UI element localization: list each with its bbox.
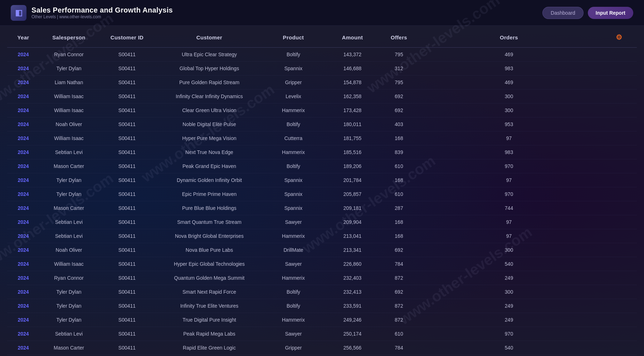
- cell-3-7: 300: [417, 90, 601, 104]
- cell-8-2: S00411: [98, 159, 156, 173]
- cell-13-5: 213,041: [324, 229, 381, 243]
- cell-6-4: Cutterra: [263, 131, 324, 145]
- table-row: 2024William IsaacS00411Hyper Epic Global…: [7, 257, 637, 271]
- col-year: Year: [7, 26, 39, 48]
- cell-4-1: William Isaac: [39, 104, 98, 117]
- cell-9-5: 201,784: [324, 173, 381, 187]
- cell-22-7: 469: [417, 355, 601, 356]
- cell-21-3: Rapid Elite Green Logic: [156, 341, 263, 355]
- cell-18-0: 2024: [7, 299, 39, 313]
- input-report-button[interactable]: Input Report: [588, 7, 633, 19]
- cell-12-4: Sawyer: [263, 215, 324, 229]
- cell-4-7: 300: [417, 104, 601, 117]
- cell-11-0: 2024: [7, 201, 39, 215]
- cell-22-0: 2024: [7, 355, 39, 356]
- cell-2-1: Liam Nathan: [39, 76, 98, 90]
- cell-11-5: 209,181: [324, 201, 381, 215]
- cell-8-3: Peak Grand Epic Haven: [156, 159, 263, 173]
- table-row: 2024Ryan ConnorS00411Ultra Epic Clear St…: [7, 48, 637, 62]
- cell-17-2: S00411: [98, 285, 156, 299]
- cell-11-6: 287: [381, 201, 417, 215]
- cell-9-6: 168: [381, 173, 417, 187]
- cell-gear-4: [601, 104, 637, 117]
- cell-gear-10: [601, 187, 637, 201]
- cell-18-1: Tyler Dylan: [39, 299, 98, 313]
- cell-14-7: 300: [417, 243, 601, 257]
- cell-10-6: 610: [381, 187, 417, 201]
- cell-5-5: 180,011: [324, 117, 381, 131]
- cell-17-6: 692: [381, 285, 417, 299]
- cell-13-4: Hammerix: [263, 229, 324, 243]
- cell-7-7: 983: [417, 145, 601, 159]
- table-row: 2024Sebtian LeviS00411Smart Quantum True…: [7, 215, 637, 229]
- cell-2-4: Gripper: [263, 76, 324, 90]
- cell-2-5: 154,878: [324, 76, 381, 90]
- cell-15-6: 784: [381, 257, 417, 271]
- cell-gear-13: [601, 229, 637, 243]
- app-subtitle: Other Levels | www.other-levels.com: [31, 14, 173, 19]
- cell-19-7: 249: [417, 313, 601, 327]
- cell-15-1: William Isaac: [39, 257, 98, 271]
- cell-9-2: S00411: [98, 173, 156, 187]
- cell-5-3: Noble Digital Elite Pulse: [156, 117, 263, 131]
- col-customer: Customer: [156, 26, 263, 48]
- cell-2-0: 2024: [7, 76, 39, 90]
- cell-1-2: S00411: [98, 62, 156, 76]
- cell-21-2: S00411: [98, 341, 156, 355]
- cell-21-6: 784: [381, 341, 417, 355]
- cell-12-6: 168: [381, 215, 417, 229]
- cell-gear-16: [601, 271, 637, 285]
- cell-3-3: Infinity Clear Infinity Dynamics: [156, 90, 263, 104]
- table-row: 2024Mason CarterS00411Rapid Elite Green …: [7, 341, 637, 355]
- cell-13-1: Sebtian Levi: [39, 229, 98, 243]
- cell-19-4: Hammerix: [263, 313, 324, 327]
- cell-4-5: 173,428: [324, 104, 381, 117]
- cell-14-2: S00411: [98, 243, 156, 257]
- cell-4-6: 692: [381, 104, 417, 117]
- cell-17-5: 232,413: [324, 285, 381, 299]
- cell-15-2: S00411: [98, 257, 156, 271]
- cell-20-1: Sebtian Levi: [39, 327, 98, 341]
- cell-17-7: 300: [417, 285, 601, 299]
- cell-gear-22: [601, 355, 637, 356]
- cell-18-6: 872: [381, 299, 417, 313]
- cell-10-4: Spannix: [263, 187, 324, 201]
- table-row: 2024Sebtian LeviS00411Nova Bright Global…: [7, 229, 637, 243]
- cell-5-0: 2024: [7, 117, 39, 131]
- cell-20-5: 250,174: [324, 327, 381, 341]
- cell-gear-3: [601, 90, 637, 104]
- table-row: 2024Tyler DylanS00411Global Top Hyper Ho…: [7, 62, 637, 76]
- table-row: 2024Sebtian LeviS00411Peak Rapid Mega La…: [7, 327, 637, 341]
- cell-16-2: S00411: [98, 271, 156, 285]
- cell-gear-17: [601, 285, 637, 299]
- cell-1-7: 983: [417, 62, 601, 76]
- cell-14-6: 692: [381, 243, 417, 257]
- cell-11-2: S00411: [98, 201, 156, 215]
- cell-21-0: 2024: [7, 341, 39, 355]
- cell-16-4: Hammerix: [263, 271, 324, 285]
- table-row: 2024Tyler DylanS00411Infinity True Elite…: [7, 299, 637, 313]
- cell-gear-11: [601, 201, 637, 215]
- cell-19-1: Tyler Dylan: [39, 313, 98, 327]
- cell-9-3: Dynamic Golden Infinity Orbit: [156, 173, 263, 187]
- table-row: 2024Tyler DylanS00411Epic Prime Prime Ha…: [7, 187, 637, 201]
- cell-2-3: Pure Golden Rapid Stream: [156, 76, 263, 90]
- cell-gear-21: [601, 341, 637, 355]
- cell-1-4: Spannix: [263, 62, 324, 76]
- cell-10-2: S00411: [98, 187, 156, 201]
- cell-gear-14: [601, 243, 637, 257]
- col-orders: Orders: [417, 26, 601, 48]
- cell-18-2: S00411: [98, 299, 156, 313]
- cell-8-4: Boltify: [263, 159, 324, 173]
- dashboard-button[interactable]: Dashboard: [542, 7, 584, 19]
- logo-text: Sales Performance and Growth Analysis Ot…: [31, 6, 173, 19]
- cell-22-5: 258,395: [324, 355, 381, 356]
- cell-5-2: S00411: [98, 117, 156, 131]
- cell-7-5: 185,516: [324, 145, 381, 159]
- cell-14-3: Nova Blue Pure Labs: [156, 243, 263, 257]
- cell-19-6: 872: [381, 313, 417, 327]
- cell-3-4: Levelix: [263, 90, 324, 104]
- cell-8-1: Mason Carter: [39, 159, 98, 173]
- settings-icon[interactable]: ⚙: [616, 33, 622, 41]
- cell-7-6: 839: [381, 145, 417, 159]
